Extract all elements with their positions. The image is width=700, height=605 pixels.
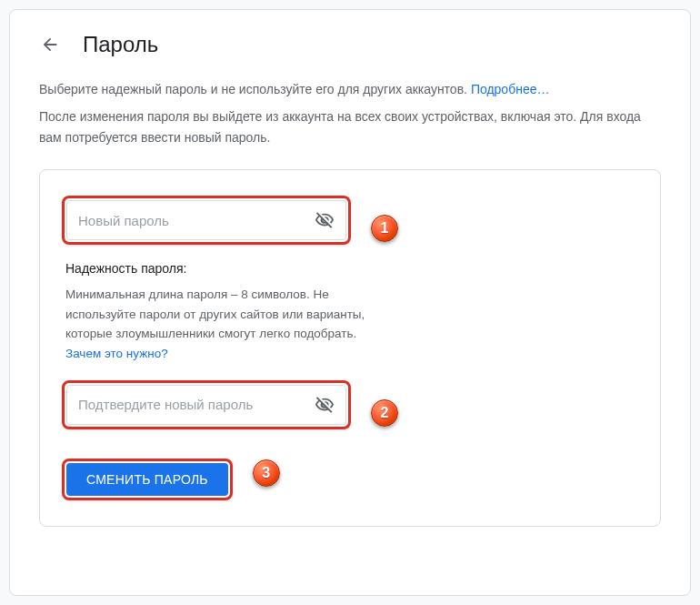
description-text: После изменения пароля вы выйдете из акк… (39, 106, 661, 147)
strength-body: Минимальная длина пароля – 8 символов. Н… (65, 287, 365, 340)
change-password-button[interactable]: СМЕНИТЬ ПАРОЛЬ (66, 463, 228, 496)
page-title: Пароль (83, 32, 158, 57)
back-arrow-icon[interactable] (39, 34, 61, 55)
new-password-field-wrap (62, 196, 351, 245)
intro-text: Выберите надежный пароль и не используйт… (39, 79, 661, 99)
visibility-off-icon[interactable] (315, 395, 335, 415)
confirm-password-row (66, 385, 346, 425)
confirm-password-field-wrap (62, 380, 351, 429)
annotation-badge-3: 3 (253, 459, 280, 487)
intro-body: Выберите надежный пароль и не используйт… (39, 82, 471, 96)
strength-text: Минимальная длина пароля – 8 символов. Н… (65, 285, 371, 363)
confirm-password-input[interactable] (78, 397, 315, 412)
password-page: Пароль Выберите надежный пароль и не исп… (9, 9, 691, 596)
strength-title: Надежность пароля: (65, 261, 371, 276)
visibility-off-icon[interactable] (315, 210, 335, 230)
strength-block: Надежность пароля: Минимальная длина пар… (62, 261, 371, 363)
new-password-input[interactable] (78, 213, 315, 228)
why-link[interactable]: Зачем это нужно? (65, 347, 168, 360)
submit-wrap: СМЕНИТЬ ПАРОЛЬ (62, 459, 233, 500)
annotation-badge-1: 1 (371, 215, 398, 242)
new-password-row (66, 200, 346, 240)
learn-more-link[interactable]: Подробнее… (471, 82, 550, 96)
form-card: 1 Надежность пароля: Минимальная длина п… (39, 169, 661, 526)
page-header: Пароль (39, 32, 661, 57)
annotation-badge-2: 2 (371, 399, 398, 427)
